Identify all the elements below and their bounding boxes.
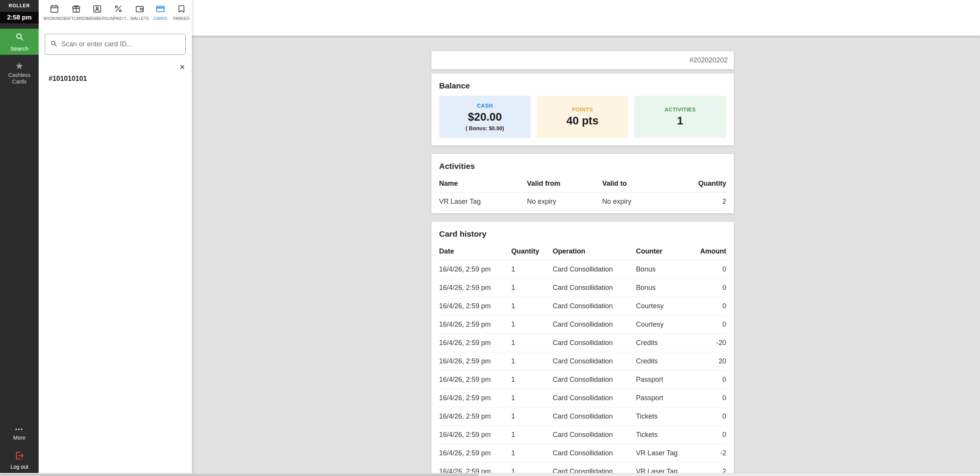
table-cell: Card Consollidation xyxy=(553,316,636,334)
table-cell: Courtesy xyxy=(636,297,697,316)
table-cell: 1 xyxy=(511,371,553,389)
table-cell: 16/4/26, 2:59 pm xyxy=(439,297,511,316)
table-cell: 16/4/26, 2:59 pm xyxy=(439,352,511,371)
table-row: 16/4/26, 2:59 pm1Card ConsollidationCred… xyxy=(439,334,726,352)
table-cell: 0 xyxy=(697,407,726,426)
table-cell: Card Consollidation xyxy=(553,279,636,297)
tab-parked[interactable]: PARKED xyxy=(171,4,192,31)
search-icon xyxy=(50,39,58,49)
roller-logo: ROLLER xyxy=(0,3,39,8)
table-cell: 16/4/26, 2:59 pm xyxy=(439,279,511,297)
table-cell: 1 xyxy=(511,279,553,297)
tab-cards[interactable]: CARDS xyxy=(150,4,171,31)
logout-label: Log out xyxy=(10,464,28,470)
table-row: 16/4/26, 2:59 pm1Card ConsollidationBonu… xyxy=(439,260,726,279)
credit-card-icon xyxy=(155,4,165,14)
activities-section: Activities NameValid fromValid toQuantit… xyxy=(431,154,734,213)
table-cell: Tickets xyxy=(636,426,697,444)
card-detail-panel: #202020202 Balance CASH $20.00 ( Bonus: … xyxy=(431,51,734,476)
cash-balance-box: CASH $20.00 ( Bonus: $0.00) xyxy=(439,96,531,138)
table-row: VR Laser TagNo expiryNo expiry2 xyxy=(439,193,726,211)
table-cell: 16/4/26, 2:59 pm xyxy=(439,334,511,352)
table-cell: Passport xyxy=(636,371,697,389)
table-cell: Passport xyxy=(636,389,697,407)
calendar-icon xyxy=(49,4,59,14)
sidebar-item-logout[interactable]: Log out xyxy=(0,451,39,470)
column-header: Counter xyxy=(636,242,697,260)
activities-balance-box: ACTIVITIES 1 xyxy=(634,96,726,138)
table-row: 16/4/26, 2:59 pm1Card ConsollidationCred… xyxy=(439,352,726,371)
table-cell: Card Consollidation xyxy=(553,444,636,463)
table-cell: 1 xyxy=(511,352,553,371)
tab-label: CARDS xyxy=(154,16,168,21)
more-dots-icon: ••• xyxy=(15,427,24,432)
table-cell: 16/4/26, 2:59 pm xyxy=(439,389,511,407)
table-cell: VR Laser Tag xyxy=(439,193,527,211)
search-panel: BOOKINGS GIFTCARDS MEMBERS xyxy=(39,0,192,476)
card-result-id[interactable]: #101010101 xyxy=(45,75,185,83)
column-header: Operation xyxy=(553,242,636,260)
table-cell: 1 xyxy=(511,316,553,334)
table-cell: Card Consollidation xyxy=(553,352,636,371)
more-label: More xyxy=(13,435,26,441)
column-header: Amount xyxy=(697,242,726,260)
table-cell: 0 xyxy=(697,260,726,279)
table-cell: 0 xyxy=(697,297,726,316)
table-cell: Bonus xyxy=(636,279,697,297)
table-cell: 0 xyxy=(697,279,726,297)
table-cell: 1 xyxy=(511,389,553,407)
table-cell: Credits xyxy=(636,352,697,371)
table-cell: Credits xyxy=(636,334,697,352)
tab-label: BOOKINGS xyxy=(44,16,65,21)
table-cell: Bonus xyxy=(636,260,697,279)
card-search-box[interactable] xyxy=(45,34,186,55)
gift-icon xyxy=(71,4,81,14)
table-cell: 0 xyxy=(697,316,726,334)
card-search-input[interactable] xyxy=(61,40,181,48)
cash-bonus: ( Bonus: $0.00) xyxy=(466,125,504,131)
table-cell: 0 xyxy=(697,371,726,389)
tab-label: GIFTCARDS xyxy=(64,16,88,21)
tab-label: PARKED xyxy=(173,16,189,21)
column-header: Valid from xyxy=(527,175,603,193)
search-icon xyxy=(15,32,24,43)
tab-bookings[interactable]: BOOKINGS xyxy=(44,4,65,31)
table-cell: 0 xyxy=(697,389,726,407)
column-header: Quantity xyxy=(511,242,553,260)
tab-unpaid-transactions[interactable]: UNPAID T... xyxy=(108,4,129,31)
table-cell: Card Consollidation xyxy=(553,334,636,352)
card-history-title: Card history xyxy=(439,229,726,239)
table-cell: Card Consollidation xyxy=(553,371,636,389)
table-cell: 16/4/26, 2:59 pm xyxy=(439,444,511,463)
table-cell: 16/4/26, 2:59 pm xyxy=(439,426,511,444)
points-value: 40 pts xyxy=(567,115,599,127)
table-cell: Card Consollidation xyxy=(553,260,636,279)
sidebar-item-cashless-cards[interactable]: ★ Cashless Cards xyxy=(0,61,39,85)
points-balance-box: POINTS 40 pts xyxy=(537,96,628,138)
table-cell: 1 xyxy=(511,334,553,352)
horizontal-scrollbar[interactable] xyxy=(0,473,980,476)
logout-icon xyxy=(15,451,24,462)
table-cell: 1 xyxy=(511,407,553,426)
tab-giftcards[interactable]: GIFTCARDS xyxy=(65,4,87,31)
table-cell: 16/4/26, 2:59 pm xyxy=(439,407,511,426)
tab-wallets[interactable]: WALLETS xyxy=(129,4,150,31)
table-cell: -2 xyxy=(697,444,726,463)
balance-section: Balance CASH $20.00 ( Bonus: $0.00) POIN… xyxy=(431,74,734,146)
balance-title: Balance xyxy=(439,81,726,90)
tab-members[interactable]: MEMBERS xyxy=(87,4,108,31)
table-header-row: NameValid fromValid toQuantity xyxy=(439,175,726,193)
scrollbar-thumb[interactable] xyxy=(0,474,479,476)
close-icon[interactable]: × xyxy=(180,62,185,72)
sidebar-item-more[interactable]: ••• More xyxy=(0,427,39,441)
activities-value: 1 xyxy=(677,115,683,127)
table-header-row: DateQuantityOperationCounterAmount xyxy=(439,242,726,260)
percent-icon xyxy=(113,4,123,14)
activities-label: ACTIVITIES xyxy=(664,106,696,113)
table-cell: 16/4/26, 2:59 pm xyxy=(439,316,511,334)
star-icon: ★ xyxy=(15,61,23,71)
table-cell: Card Consollidation xyxy=(553,297,636,316)
sidebar-item-search[interactable]: Search xyxy=(0,29,39,55)
tab-label: WALLETS xyxy=(130,16,149,21)
table-cell: Card Consollidation xyxy=(553,389,636,407)
